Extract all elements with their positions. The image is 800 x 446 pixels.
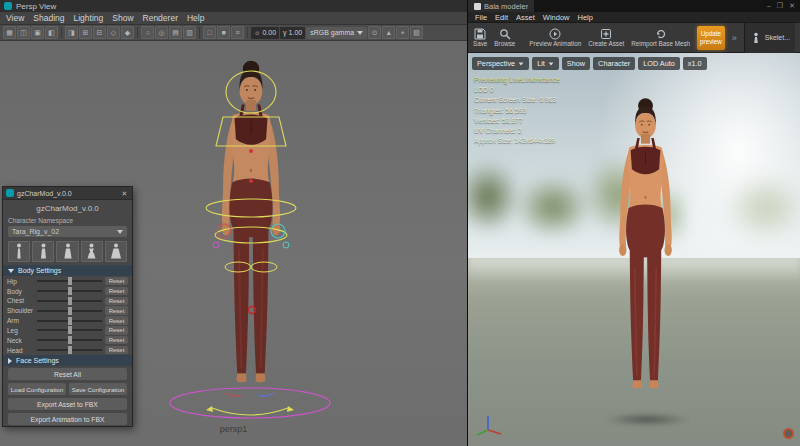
slider-handle[interactable]: [68, 326, 72, 334]
viewport-toolbar-icon[interactable]: ◫: [17, 26, 30, 39]
viewport-toolbar-icon[interactable]: ■: [217, 26, 230, 39]
hip-reset-button[interactable]: Reset: [105, 277, 128, 286]
menu-lighting[interactable]: Lighting: [73, 13, 103, 23]
slider-handle[interactable]: [68, 277, 72, 285]
gamma-field[interactable]: γ 1.00: [280, 27, 305, 39]
panel-titlebar[interactable]: gzCharMod_v.0.0 ✕: [3, 187, 132, 200]
show-button[interactable]: Show: [562, 57, 590, 70]
export-animation-button[interactable]: Export Animation to FBX: [8, 413, 127, 425]
body-type-heavy-button[interactable]: [105, 241, 127, 262]
menu-view[interactable]: View: [6, 13, 24, 23]
lod-auto-button[interactable]: LOD Auto: [638, 57, 680, 70]
leg-slider[interactable]: [37, 326, 102, 334]
menu-show[interactable]: Show: [112, 13, 133, 23]
leg-reset-button[interactable]: Reset: [105, 326, 128, 335]
maya-viewport[interactable]: persp1 gzCharMod_v.0.0 ✕ gzCharMod_v.0.0…: [0, 41, 467, 446]
body-slider[interactable]: [37, 287, 102, 295]
toolbar-overflow-icon[interactable]: »: [732, 33, 737, 43]
menu-window[interactable]: Window: [543, 13, 570, 22]
arm-slider[interactable]: [37, 317, 102, 325]
save-configuration-button[interactable]: Save Configuration: [69, 383, 127, 395]
viewport-toolbar-icon[interactable]: ◎: [155, 26, 168, 39]
browse-button[interactable]: Browse: [494, 28, 515, 47]
load-configuration-button[interactable]: Load Configuration: [8, 383, 66, 395]
slider-handle[interactable]: [68, 346, 72, 354]
character-model-unreal[interactable]: [596, 95, 695, 425]
character-button[interactable]: Character: [593, 57, 635, 70]
chest-reset-button[interactable]: Reset: [105, 297, 128, 306]
viewport-toolbar-icon[interactable]: ⊞: [79, 26, 92, 39]
update-preview-button[interactable]: Update preview: [697, 26, 725, 50]
chest-slider[interactable]: [37, 297, 102, 305]
body-type-slim-button[interactable]: [32, 241, 54, 262]
arm-reset-button[interactable]: Reset: [105, 316, 128, 325]
slider-handle[interactable]: [68, 307, 72, 315]
reset-all-button[interactable]: Reset All: [8, 368, 127, 380]
namespace-dropdown[interactable]: Tara_Rig_v_02: [8, 226, 127, 237]
stats-approx-size: Approx Size: 143x644x189: [474, 136, 560, 146]
shoulder-slider[interactable]: [37, 307, 102, 315]
menu-shading[interactable]: Shading: [33, 13, 64, 23]
head-slider[interactable]: [37, 346, 102, 354]
close-icon[interactable]: ✕: [789, 2, 795, 10]
viewport-toolbar-icon[interactable]: ▦: [3, 26, 16, 39]
minimize-icon[interactable]: –: [767, 2, 771, 10]
menu-help[interactable]: Help: [187, 13, 204, 23]
neck-reset-button[interactable]: Reset: [105, 336, 128, 345]
body-settings-header[interactable]: Body Settings: [3, 265, 132, 276]
unreal-titlebar[interactable]: Bala modeler – ❒ ✕: [468, 0, 800, 12]
perspective-button[interactable]: Perspective: [472, 57, 529, 70]
viewport-toolbar-icon[interactable]: ▣: [31, 26, 44, 39]
create-asset-button[interactable]: Create Asset: [588, 28, 624, 47]
exposure-field[interactable]: ☼ 0.00: [251, 27, 279, 39]
unreal-window-tab[interactable]: Bala modeler: [468, 0, 534, 12]
export-asset-button[interactable]: Export Asset to FBX: [8, 398, 127, 410]
viewport-toolbar-icon[interactable]: ≡: [231, 26, 244, 39]
viewport-toolbar-icon[interactable]: □: [203, 26, 216, 39]
menu-edit[interactable]: Edit: [495, 13, 508, 22]
neck-slider[interactable]: [37, 336, 102, 344]
viewport-toolbar-icon[interactable]: ▧: [410, 26, 423, 39]
save-button[interactable]: Save: [473, 28, 487, 47]
menu-renderer[interactable]: Renderer: [143, 13, 178, 23]
viewport-toolbar-icon[interactable]: ▥: [183, 26, 196, 39]
slider-handle[interactable]: [68, 317, 72, 325]
viewport-toolbar-icon[interactable]: ⊙: [368, 26, 381, 39]
unreal-viewport[interactable]: Perspective Lit Show Character LOD Auto: [468, 53, 800, 446]
lit-button[interactable]: Lit: [532, 57, 559, 70]
menu-asset[interactable]: Asset: [516, 13, 535, 22]
viewport-toolbar-icon[interactable]: ⌖: [396, 26, 409, 39]
body-reset-button[interactable]: Reset: [105, 287, 128, 296]
viewport-toolbar-icon[interactable]: ◧: [45, 26, 58, 39]
body-type-average-button[interactable]: [56, 241, 78, 262]
playback-speed-button[interactable]: x1.0: [683, 57, 707, 70]
viewport-toolbar-icon[interactable]: ◨: [65, 26, 78, 39]
reimport-base-mesh-button[interactable]: Reimport Base Mesh: [631, 28, 690, 47]
viewport-toolbar-icon[interactable]: ▤: [169, 26, 182, 39]
viewport-toolbar-icon[interactable]: ○: [141, 26, 154, 39]
maya-titlebar[interactable]: Persp View: [0, 0, 467, 12]
colorspace-dropdown[interactable]: sRGB gamma: [306, 27, 367, 39]
slider-handle[interactable]: [68, 287, 72, 295]
viewport-toolbar-icon[interactable]: ▲: [382, 26, 395, 39]
slider-handle[interactable]: [68, 336, 72, 344]
body-type-curvy-button[interactable]: [81, 241, 103, 262]
menu-file[interactable]: File: [475, 13, 487, 22]
skeleton-tree-tab[interactable]: Skelet...: [744, 23, 795, 53]
hip-slider[interactable]: [37, 277, 102, 285]
viewport-toolbar-icon[interactable]: ◇: [107, 26, 120, 39]
shoulder-reset-button[interactable]: Reset: [105, 306, 128, 315]
face-settings-header[interactable]: Face Settings: [3, 355, 132, 366]
preview-animation-button[interactable]: Preview Animation: [529, 28, 581, 47]
body-type-thin-button[interactable]: [8, 241, 30, 262]
close-icon[interactable]: ✕: [120, 189, 129, 198]
viewport-toolbar-icon[interactable]: ◆: [121, 26, 134, 39]
head-reset-button[interactable]: Reset: [105, 346, 128, 355]
toolbar-separator: [247, 27, 248, 38]
menu-help[interactable]: Help: [577, 13, 592, 22]
slider-handle[interactable]: [68, 297, 72, 305]
chevron-expanded-icon: [8, 269, 14, 273]
viewport-toolbar-icon[interactable]: ⊟: [93, 26, 106, 39]
maximize-icon[interactable]: ❒: [777, 2, 783, 10]
status-indicator-icon[interactable]: [783, 428, 794, 439]
